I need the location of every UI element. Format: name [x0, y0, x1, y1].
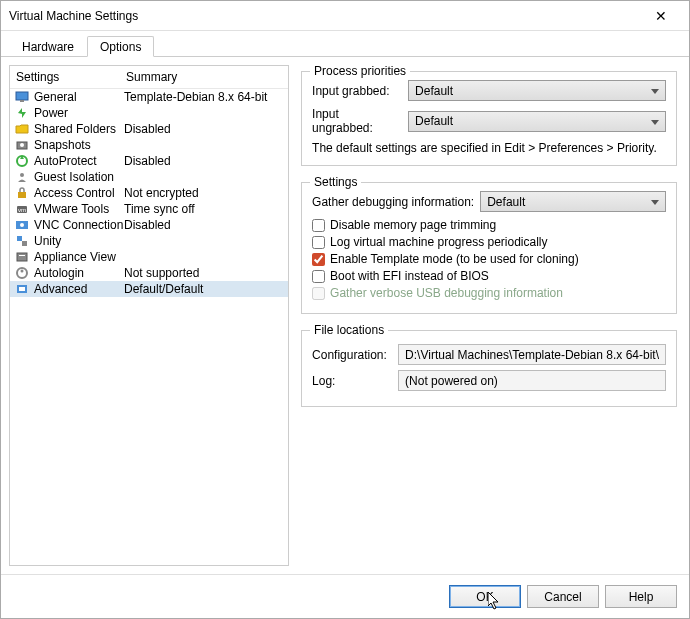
- dialog-body: Settings Summary GeneralTemplate-Debian …: [1, 57, 689, 574]
- chk-template-mode[interactable]: Enable Template mode (to be used for clo…: [312, 252, 666, 266]
- input-ungrabbed-label: Input ungrabbed:: [312, 107, 402, 135]
- list-item-summary: Template-Debian 8.x 64-bit: [124, 90, 284, 104]
- tab-strip: Hardware Options: [1, 31, 689, 57]
- svg-rect-12: [22, 241, 27, 246]
- svg-rect-11: [17, 236, 22, 241]
- input-grabbed-label: Input grabbed:: [312, 84, 402, 98]
- gather-select[interactable]: Default: [480, 191, 666, 212]
- settings-list-panel: Settings Summary GeneralTemplate-Debian …: [9, 65, 289, 566]
- svg-point-5: [20, 173, 24, 177]
- group-process-priorities: Process priorities Input grabbed: Defaul…: [301, 71, 677, 166]
- svg-point-3: [20, 143, 24, 147]
- svg-rect-6: [18, 192, 26, 198]
- tab-options[interactable]: Options: [87, 36, 154, 57]
- titlebar: Virtual Machine Settings ✕: [1, 1, 689, 31]
- snapshot-icon: [14, 138, 30, 152]
- process-note: The default settings are specified in Ed…: [312, 141, 666, 155]
- appliance-icon: [14, 250, 30, 264]
- input-grabbed-select[interactable]: Default: [408, 80, 666, 101]
- list-item-label: VMware Tools: [34, 202, 124, 216]
- log-label: Log:: [312, 374, 392, 388]
- chk-log-progress-box[interactable]: [312, 236, 325, 249]
- group-title-process: Process priorities: [310, 64, 410, 78]
- gather-label: Gather debugging information:: [312, 195, 474, 209]
- lock-icon: [14, 186, 30, 200]
- unity-icon: [14, 234, 30, 248]
- right-panel: Process priorities Input grabbed: Defaul…: [297, 65, 681, 566]
- list-item-summary: Default/Default: [124, 282, 284, 296]
- col-settings: Settings: [16, 70, 126, 84]
- list-item-label: General: [34, 90, 124, 104]
- ok-button[interactable]: OK: [449, 585, 521, 608]
- window-title: Virtual Machine Settings: [9, 9, 641, 23]
- monitor-icon: [14, 90, 30, 104]
- list-item-access-control[interactable]: Access ControlNot encrypted: [10, 185, 288, 201]
- list-item-autologin[interactable]: AutologinNot supported: [10, 265, 288, 281]
- list-item-power[interactable]: Power: [10, 105, 288, 121]
- list-item-unity[interactable]: Unity: [10, 233, 288, 249]
- list-item-label: AutoProtect: [34, 154, 124, 168]
- svg-rect-0: [16, 92, 28, 100]
- list-item-label: Autologin: [34, 266, 124, 280]
- list-item-label: Shared Folders: [34, 122, 124, 136]
- power-icon: [14, 106, 30, 120]
- group-file-locations: File locations Configuration: D:\Virtual…: [301, 330, 677, 407]
- list-item-snapshots[interactable]: Snapshots: [10, 137, 288, 153]
- list-item-general[interactable]: GeneralTemplate-Debian 8.x 64-bit: [10, 89, 288, 105]
- list-item-label: Appliance View: [34, 250, 124, 264]
- list-header: Settings Summary: [10, 66, 288, 89]
- help-button[interactable]: Help: [605, 585, 677, 608]
- chk-template-mode-box[interactable]: [312, 253, 325, 266]
- log-value: (Not powered on): [398, 370, 666, 391]
- advanced-icon: [14, 282, 30, 296]
- input-ungrabbed-select[interactable]: Default: [408, 111, 666, 132]
- tab-hardware[interactable]: Hardware: [9, 36, 87, 57]
- list-item-vnc-connections[interactable]: VNC ConnectionsDisabled: [10, 217, 288, 233]
- chk-disable-trim-box[interactable]: [312, 219, 325, 232]
- vm-settings-window: Virtual Machine Settings ✕ Hardware Opti…: [0, 0, 690, 619]
- list-item-label: Power: [34, 106, 124, 120]
- list-item-advanced[interactable]: AdvancedDefault/Default: [10, 281, 288, 297]
- svg-rect-13: [17, 253, 27, 261]
- list-item-shared-folders[interactable]: Shared FoldersDisabled: [10, 121, 288, 137]
- list-item-guest-isolation[interactable]: Guest Isolation: [10, 169, 288, 185]
- close-icon[interactable]: ✕: [641, 8, 681, 24]
- autoprotect-icon: [14, 154, 30, 168]
- chk-usb-verbose-box: [312, 287, 325, 300]
- chk-disable-trim[interactable]: Disable memory page trimming: [312, 218, 666, 232]
- list-item-label: VNC Connections: [34, 218, 124, 232]
- list-item-summary: Disabled: [124, 218, 284, 232]
- group-title-file: File locations: [310, 323, 388, 337]
- list-item-label: Snapshots: [34, 138, 124, 152]
- vmtools-icon: vm: [14, 202, 30, 216]
- group-settings: Settings Gather debugging information: D…: [301, 182, 677, 314]
- list-item-label: Access Control: [34, 186, 124, 200]
- vnc-icon: [14, 218, 30, 232]
- list-item-label: Guest Isolation: [34, 170, 124, 184]
- svg-point-10: [20, 223, 24, 227]
- list-item-label: Unity: [34, 234, 124, 248]
- list-item-summary: Disabled: [124, 122, 284, 136]
- list-item-vmware-tools[interactable]: vmVMware ToolsTime sync off: [10, 201, 288, 217]
- config-label: Configuration:: [312, 348, 392, 362]
- svg-text:vm: vm: [18, 207, 26, 213]
- chk-boot-efi-box[interactable]: [312, 270, 325, 283]
- list-item-summary: Disabled: [124, 154, 284, 168]
- list-item-summary: Time sync off: [124, 202, 284, 216]
- list-item-appliance-view[interactable]: Appliance View: [10, 249, 288, 265]
- guest-icon: [14, 170, 30, 184]
- list-item-summary: Not supported: [124, 266, 284, 280]
- list-item-label: Advanced: [34, 282, 124, 296]
- chk-usb-verbose: Gather verbose USB debugging information: [312, 286, 666, 300]
- autologin-icon: [14, 266, 30, 280]
- group-title-settings: Settings: [310, 175, 361, 189]
- cancel-button[interactable]: Cancel: [527, 585, 599, 608]
- svg-rect-18: [19, 287, 25, 291]
- chk-boot-efi[interactable]: Boot with EFI instead of BIOS: [312, 269, 666, 283]
- col-summary: Summary: [126, 70, 282, 84]
- settings-list[interactable]: GeneralTemplate-Debian 8.x 64-bitPowerSh…: [10, 89, 288, 565]
- list-item-autoprotect[interactable]: AutoProtectDisabled: [10, 153, 288, 169]
- footer: OK Cancel Help: [1, 574, 689, 618]
- chk-log-progress[interactable]: Log virtual machine progress periodicall…: [312, 235, 666, 249]
- folder-icon: [14, 122, 30, 136]
